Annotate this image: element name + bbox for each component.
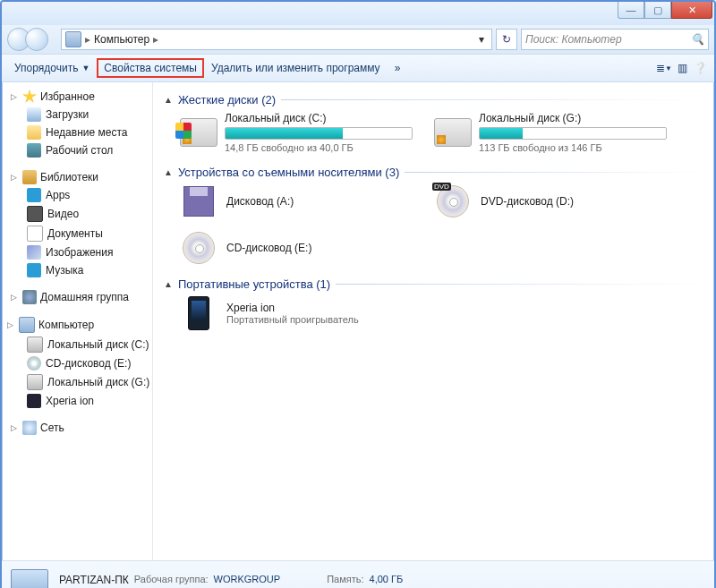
collapse-icon: ▲ <box>164 95 173 105</box>
minimize-button[interactable]: — <box>618 2 644 19</box>
device-cd-e[interactable]: CD-дисковод (E:) <box>180 231 413 265</box>
video-icon <box>27 206 43 222</box>
desktop-icon <box>27 143 41 158</box>
sidebar-computer[interactable]: ▷ Компьютер <box>2 315 152 335</box>
collapse-icon: ▲ <box>164 279 173 289</box>
hdd-icon <box>434 118 472 147</box>
memory-value: 4,00 ГБ <box>370 574 404 586</box>
expand-icon: ▷ <box>11 92 19 101</box>
uninstall-program-button[interactable]: Удалить или изменить программу <box>204 58 388 78</box>
sidebar-homegroup[interactable]: ▷ Домашняя группа <box>2 288 152 306</box>
titlebar: — ▢ ✕ <box>2 2 714 25</box>
sidebar-item-cd-e[interactable]: CD-дисковод (E:) <box>2 354 152 372</box>
organize-menu[interactable]: Упорядочить▼ <box>7 58 97 78</box>
workgroup-value: WORKGROUP <box>214 574 281 586</box>
network-icon <box>22 421 37 435</box>
forward-button[interactable] <box>25 28 48 51</box>
section-removable[interactable]: ▲ Устройства со съемными носителями (3) <box>164 166 703 179</box>
documents-icon <box>27 226 43 242</box>
section-portable[interactable]: ▲ Портативные устройства (1) <box>164 277 703 291</box>
expand-icon: ▷ <box>11 423 19 432</box>
phone-icon <box>27 394 41 408</box>
maximize-button[interactable]: ▢ <box>644 2 671 19</box>
device-label: CD-дисковод (E:) <box>226 242 311 254</box>
computer-icon <box>11 569 48 588</box>
details-pane: PARTIZAN-ПК Рабочая группа: WORKGROUP Па… <box>2 560 714 588</box>
command-bar: Упорядочить▼ Свойства системы Удалить ил… <box>2 55 714 82</box>
sidebar-item-downloads[interactable]: Загрузки <box>2 106 152 124</box>
body: ▷ Избранное Загрузки Недавние места Рабо… <box>2 82 714 560</box>
expand-icon: ▷ <box>11 173 19 182</box>
explorer-window: — ▢ ✕ ▸ Компьютер ▸ ▾ ↻ Поиск: Компьютер… <box>0 0 716 588</box>
sidebar-item-documents[interactable]: Документы <box>2 224 152 243</box>
dvd-badge: DVD <box>432 183 451 191</box>
floppy-icon <box>183 186 214 217</box>
pictures-icon <box>27 245 41 260</box>
breadcrumb-sep: ▸ <box>85 33 90 46</box>
sidebar-network[interactable]: ▷ Сеть <box>2 419 152 437</box>
drive-c[interactable]: Локальный диск (C:) 14,8 ГБ свободно из … <box>180 112 413 153</box>
device-dvd-d[interactable]: DVD DVD-дисковод (D:) <box>434 184 667 218</box>
star-icon <box>22 89 37 104</box>
refresh-button[interactable]: ↻ <box>496 29 517 50</box>
music-icon <box>27 263 41 277</box>
libraries-icon <box>22 170 37 184</box>
computer-icon <box>65 31 81 47</box>
sidebar-favorites[interactable]: ▷ Избранное <box>2 88 152 106</box>
computer-icon <box>19 317 35 333</box>
sidebar-item-music[interactable]: Музыка <box>2 261 152 279</box>
content-pane: ▲ Жесткие диски (2) Локальный диск (C:) … <box>153 82 714 560</box>
sidebar-item-xperia[interactable]: Xperia ion <box>2 392 152 410</box>
drive-label: Локальный диск (C:) <box>225 112 413 124</box>
view-options-button[interactable]: ≣ ▼ <box>655 59 673 77</box>
device-floppy-a[interactable]: Дисковод (A:) <box>180 184 413 218</box>
sidebar-item-apps[interactable]: Apps <box>2 186 152 204</box>
address-bar: ▸ Компьютер ▸ ▾ ↻ Поиск: Компьютер 🔍 <box>2 25 714 55</box>
memory-label: Память: <box>327 574 363 586</box>
device-label: Дисковод (A:) <box>226 195 294 208</box>
chevron-down-icon: ▼ <box>81 64 90 72</box>
capacity-bar <box>479 127 667 140</box>
cd-icon <box>183 232 215 264</box>
breadcrumb-sep: ▸ <box>153 33 158 46</box>
sidebar-item-video[interactable]: Видео <box>2 204 152 224</box>
downloads-icon <box>27 107 41 122</box>
system-properties-button[interactable]: Свойства системы <box>97 58 204 78</box>
preview-pane-button[interactable]: ▥ <box>673 59 691 77</box>
homegroup-icon <box>22 290 37 304</box>
sidebar-item-drive-c[interactable]: Локальный диск (C:) <box>2 335 152 354</box>
recent-icon <box>27 125 41 140</box>
sidebar-item-pictures[interactable]: Изображения <box>2 243 152 261</box>
toolbar-overflow[interactable]: » <box>388 58 408 78</box>
computer-name: PARTIZAN-ПК <box>59 574 129 586</box>
breadcrumb[interactable]: ▸ Компьютер ▸ ▾ <box>61 29 492 50</box>
search-placeholder: Поиск: Компьютер <box>525 33 622 46</box>
help-button[interactable]: ❔ <box>691 59 709 77</box>
close-button[interactable]: ✕ <box>671 2 712 19</box>
search-input[interactable]: Поиск: Компьютер 🔍 <box>521 29 709 50</box>
hdd-icon <box>180 118 217 147</box>
drive-free-space: 14,8 ГБ свободно из 40,0 ГБ <box>225 142 413 153</box>
collapse-icon: ▲ <box>164 167 173 177</box>
capacity-bar <box>225 127 413 140</box>
device-label: Xperia ion <box>226 302 359 314</box>
sidebar-item-desktop[interactable]: Рабочий стол <box>2 141 152 159</box>
window-controls: — ▢ ✕ <box>618 2 712 19</box>
expand-icon: ▷ <box>11 293 19 302</box>
sidebar-libraries[interactable]: ▷ Библиотеки <box>2 168 152 186</box>
drive-free-space: 113 ГБ свободно из 146 ГБ <box>479 142 667 153</box>
breadcrumb-dropdown[interactable]: ▾ <box>475 33 488 46</box>
drive-label: Локальный диск (G:) <box>479 112 667 124</box>
section-hard-drives[interactable]: ▲ Жесткие диски (2) <box>164 93 703 107</box>
breadcrumb-path[interactable]: Компьютер <box>94 33 149 46</box>
device-xperia[interactable]: Xperia ion Портативный проигрыватель <box>180 296 413 330</box>
apps-icon <box>27 188 41 202</box>
drive-g[interactable]: Локальный диск (G:) 113 ГБ свободно из 1… <box>434 112 667 153</box>
drive-icon <box>27 374 43 390</box>
sidebar-item-recent[interactable]: Недавние места <box>2 124 152 141</box>
phone-icon <box>188 296 209 330</box>
device-sublabel: Портативный проигрыватель <box>226 314 359 325</box>
cd-icon <box>27 356 41 371</box>
sidebar-item-drive-g[interactable]: Локальный диск (G:) <box>2 372 152 392</box>
device-label: DVD-дисковод (D:) <box>481 195 574 208</box>
